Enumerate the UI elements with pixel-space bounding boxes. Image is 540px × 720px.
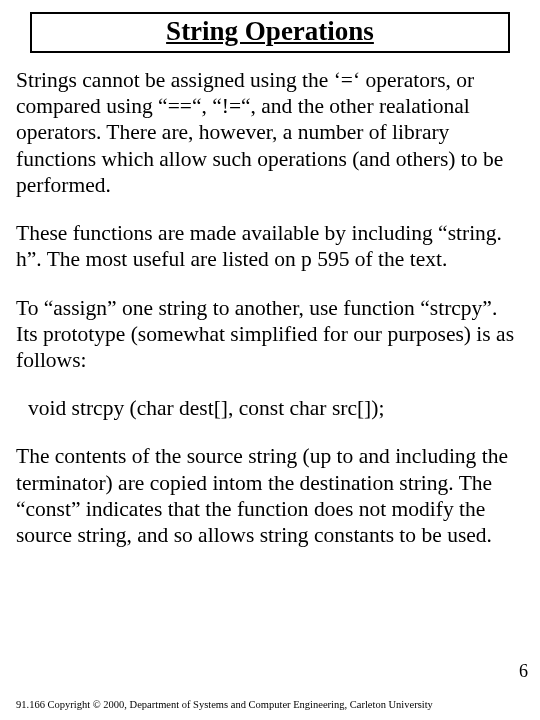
slide-title: String Operations: [32, 16, 508, 47]
paragraph-1: Strings cannot be assigned using the ‘=‘…: [16, 67, 524, 198]
page-number: 6: [519, 661, 528, 682]
slide: String Operations Strings cannot be assi…: [0, 0, 540, 720]
prototype-line: void strcpy (char dest[], const char src…: [16, 395, 524, 421]
paragraph-2: These functions are made available by in…: [16, 220, 524, 272]
title-box: String Operations: [30, 12, 510, 53]
footer-copyright: 91.166 Copyright © 2000, Department of S…: [16, 699, 433, 710]
paragraph-3: To “assign” one string to another, use f…: [16, 295, 524, 374]
paragraph-4: The contents of the source string (up to…: [16, 443, 524, 548]
slide-body: Strings cannot be assigned using the ‘=‘…: [16, 67, 524, 548]
